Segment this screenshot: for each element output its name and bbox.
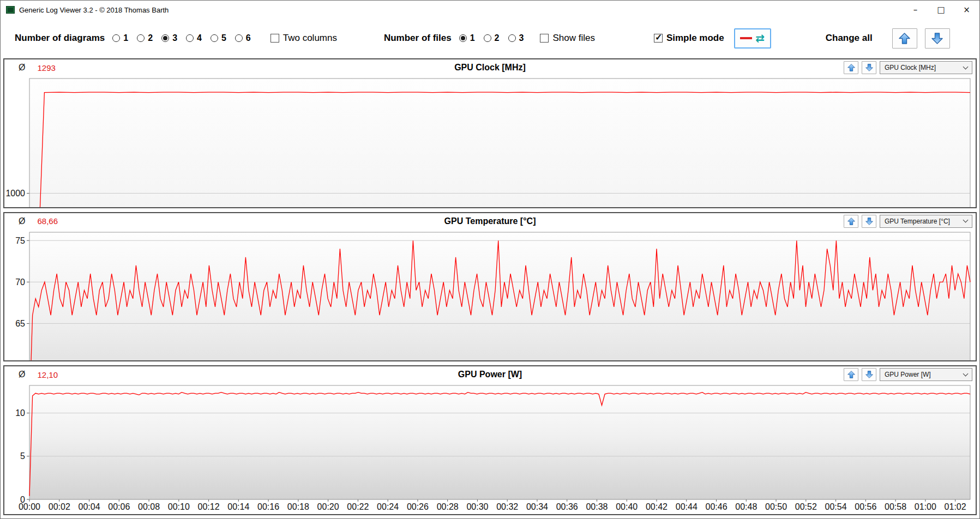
two-columns-checkbox[interactable]: Two columns bbox=[270, 33, 337, 44]
radio-label: 5 bbox=[221, 33, 226, 43]
close-button[interactable]: × bbox=[954, 1, 979, 19]
diagram-count-option-3[interactable]: 3 bbox=[161, 33, 177, 43]
radio-label: 2 bbox=[148, 33, 153, 43]
x-axis-labels: 00:0000:0200:0400:0600:0800:1000:1200:14… bbox=[19, 499, 966, 511]
chart-controls: GPU Power [W] bbox=[844, 368, 972, 381]
chart-title: GPU Clock [MHz] bbox=[4, 63, 976, 73]
chevron-down-icon bbox=[963, 64, 969, 69]
radio-icon bbox=[161, 34, 169, 42]
svg-text:1000: 1000 bbox=[5, 189, 25, 198]
file-count-option-1[interactable]: 1 bbox=[459, 33, 475, 43]
radio-label: 4 bbox=[197, 33, 202, 43]
window-controls: – □ × bbox=[903, 1, 979, 19]
number-of-diagrams-label: Number of diagrams bbox=[15, 33, 105, 44]
chart-header: Ø1293GPU Clock [MHz]GPU Clock [MHz] bbox=[4, 59, 976, 76]
chart-plot: 051000:0000:0200:0400:0600:0800:1000:120… bbox=[4, 383, 976, 514]
svg-text:75: 75 bbox=[15, 236, 25, 245]
line-style-swap-button[interactable]: ⇄ bbox=[734, 28, 771, 49]
minimize-button[interactable]: – bbox=[903, 1, 928, 19]
chart-move-up-button[interactable] bbox=[844, 368, 858, 381]
svg-text:00:50: 00:50 bbox=[765, 502, 787, 511]
chevron-down-icon bbox=[963, 218, 969, 223]
simple-mode-checkbox[interactable]: Simple mode bbox=[654, 33, 724, 44]
up-arrow-icon bbox=[847, 218, 855, 225]
svg-text:00:10: 00:10 bbox=[168, 502, 190, 511]
diagram-count-option-4[interactable]: 4 bbox=[186, 33, 202, 43]
two-columns-label: Two columns bbox=[283, 33, 337, 44]
svg-text:00:54: 00:54 bbox=[825, 502, 847, 511]
chart-panel-3: Ø12,10GPU Power [W]GPU Power [W]051000:0… bbox=[3, 365, 977, 515]
chart-move-down-button[interactable] bbox=[862, 61, 876, 74]
average-value: 12,10 bbox=[37, 370, 58, 379]
svg-text:00:26: 00:26 bbox=[407, 502, 429, 511]
radio-icon bbox=[459, 34, 467, 42]
svg-text:60: 60 bbox=[15, 360, 25, 362]
svg-text:00:14: 00:14 bbox=[227, 502, 249, 511]
diagram-count-option-1[interactable]: 1 bbox=[112, 33, 128, 43]
svg-text:00:56: 00:56 bbox=[855, 502, 876, 511]
charts-container: Ø1293GPU Clock [MHz]GPU Clock [MHz]50010… bbox=[1, 57, 979, 518]
checkbox-icon bbox=[270, 34, 279, 43]
diagram-count-option-6[interactable]: 6 bbox=[235, 33, 251, 43]
svg-text:00:12: 00:12 bbox=[198, 502, 220, 511]
average-readout: Ø1293 bbox=[19, 59, 56, 76]
file-count-radio-group: 123 bbox=[459, 33, 524, 43]
dropdown-selected-value: GPU Clock [MHz] bbox=[885, 64, 936, 71]
change-all-buttons bbox=[892, 28, 950, 49]
svg-text:00:08: 00:08 bbox=[138, 502, 160, 511]
number-of-files-label: Number of files bbox=[384, 33, 452, 44]
change-all-down-button[interactable] bbox=[925, 28, 950, 49]
svg-text:10: 10 bbox=[15, 409, 25, 418]
up-arrow-icon bbox=[899, 33, 910, 44]
dropdown-selected-value: GPU Power [W] bbox=[885, 371, 931, 378]
svg-text:00:04: 00:04 bbox=[79, 502, 100, 511]
y-axis-labels: 0510 bbox=[15, 409, 29, 504]
chart-title: GPU Temperature [°C] bbox=[4, 216, 976, 226]
file-count-option-3[interactable]: 3 bbox=[508, 33, 524, 43]
show-files-checkbox[interactable]: Show files bbox=[540, 33, 594, 44]
svg-text:00:36: 00:36 bbox=[556, 502, 578, 511]
chart-controls: GPU Temperature [°C] bbox=[844, 215, 972, 228]
average-readout: Ø68,66 bbox=[19, 213, 58, 230]
file-count-option-2[interactable]: 2 bbox=[484, 33, 500, 43]
chart-metric-dropdown[interactable]: GPU Temperature [°C] bbox=[880, 215, 972, 228]
chart-metric-dropdown[interactable]: GPU Clock [MHz] bbox=[880, 61, 972, 74]
red-line-icon bbox=[740, 37, 752, 39]
radio-icon bbox=[235, 34, 243, 42]
svg-text:5: 5 bbox=[20, 452, 25, 461]
up-arrow-icon bbox=[847, 371, 855, 378]
radio-label: 3 bbox=[172, 33, 177, 43]
svg-text:00:24: 00:24 bbox=[377, 502, 399, 511]
radio-icon bbox=[112, 34, 120, 42]
maximize-button[interactable]: □ bbox=[928, 1, 954, 19]
diagram-count-option-2[interactable]: 2 bbox=[137, 33, 153, 43]
radio-icon bbox=[508, 34, 516, 42]
down-arrow-icon bbox=[865, 371, 873, 378]
diagram-count-radio-group: 123456 bbox=[112, 33, 250, 43]
svg-text:00:40: 00:40 bbox=[616, 502, 638, 511]
dropdown-selected-value: GPU Temperature [°C] bbox=[885, 218, 950, 225]
down-arrow-icon bbox=[865, 218, 873, 225]
diagram-count-option-5[interactable]: 5 bbox=[211, 33, 226, 43]
svg-text:00:18: 00:18 bbox=[287, 502, 309, 511]
svg-text:00:06: 00:06 bbox=[108, 502, 130, 511]
average-value: 68,66 bbox=[37, 216, 58, 226]
app-window: Generic Log Viewer 3.2 - © 2018 Thomas B… bbox=[0, 0, 980, 519]
chart-panel-2: Ø68,66GPU Temperature [°C]GPU Temperatur… bbox=[3, 212, 977, 362]
svg-text:00:28: 00:28 bbox=[437, 502, 459, 511]
chart-move-up-button[interactable] bbox=[844, 215, 858, 228]
simple-mode-label: Simple mode bbox=[666, 33, 724, 44]
change-all-up-button[interactable] bbox=[892, 28, 917, 49]
radio-label: 6 bbox=[246, 33, 251, 43]
chart-move-down-button[interactable] bbox=[862, 215, 876, 228]
chart-move-down-button[interactable] bbox=[862, 368, 876, 381]
chart-metric-dropdown[interactable]: GPU Power [W] bbox=[880, 368, 972, 381]
svg-text:65: 65 bbox=[15, 319, 25, 328]
chart-move-up-button[interactable] bbox=[844, 61, 858, 74]
average-readout: Ø12,10 bbox=[19, 366, 58, 383]
average-symbol: Ø bbox=[19, 63, 25, 73]
svg-text:00:16: 00:16 bbox=[257, 502, 279, 511]
chart-controls: GPU Clock [MHz] bbox=[844, 61, 972, 74]
titlebar: Generic Log Viewer 3.2 - © 2018 Thomas B… bbox=[1, 1, 979, 19]
chevron-down-icon bbox=[963, 371, 969, 376]
